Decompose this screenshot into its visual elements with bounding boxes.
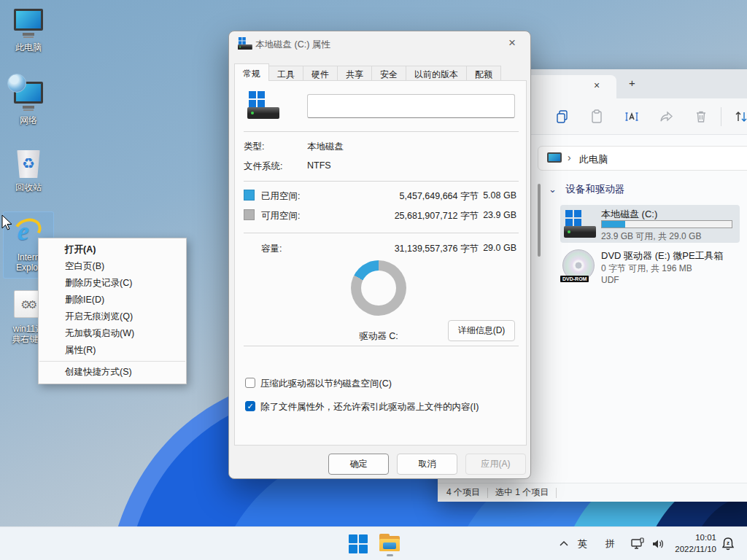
filesystem-label: 文件系统: bbox=[244, 160, 282, 173]
taskbar-clock[interactable]: 10:01 2022/11/10 bbox=[665, 532, 716, 555]
drive-e-row[interactable]: DVD-ROM DVD 驱动器 (E:) 微PE工具箱 0 字节 可用, 共 1… bbox=[560, 247, 740, 288]
used-space-label: 已用空间: bbox=[261, 190, 300, 203]
volume-drive-icon bbox=[247, 91, 279, 119]
desktop-icon-this-pc[interactable]: 此电脑 bbox=[0, 9, 57, 52]
compress-checkbox-label: 压缩此驱动器以节约磁盘空间(C) bbox=[260, 378, 392, 390]
sort-icon[interactable] bbox=[733, 109, 747, 125]
free-space-bytes: 25,681,907,712 字节 bbox=[346, 210, 479, 222]
separator bbox=[244, 181, 519, 182]
recycle-glyph: ♻ bbox=[16, 154, 41, 173]
tray-chevron-up-icon[interactable] bbox=[559, 540, 569, 547]
type-label: 类型: bbox=[244, 141, 264, 153]
rename-icon[interactable] bbox=[624, 109, 640, 125]
this-pc-icon bbox=[14, 9, 43, 31]
section-title: 设备和驱动器 bbox=[565, 184, 624, 195]
delete-icon[interactable] bbox=[693, 109, 709, 125]
status-selected-count: 选中 1 个项目 bbox=[495, 486, 549, 499]
volume-label-input[interactable] bbox=[307, 94, 515, 118]
index-checkbox[interactable]: ✓ bbox=[245, 401, 255, 411]
menu-separator bbox=[39, 361, 185, 362]
tab-close-icon[interactable]: × bbox=[594, 79, 600, 91]
tab-tools[interactable]: 工具 bbox=[269, 66, 303, 81]
used-space-size: 5.08 GB bbox=[477, 190, 516, 201]
ime-pinyin-indicator[interactable]: 拼 bbox=[605, 537, 615, 551]
notification-bell-icon[interactable]: z bbox=[721, 536, 735, 552]
menu-item-create-shortcut[interactable]: 创建快捷方式(S) bbox=[39, 364, 186, 381]
file-explorer-taskbar-button[interactable] bbox=[379, 534, 400, 551]
ok-button[interactable]: 确定 bbox=[328, 454, 389, 475]
mouse-cursor bbox=[1, 214, 12, 232]
tab-previous-versions[interactable]: 以前的版本 bbox=[406, 66, 467, 81]
menu-item-delete-ie[interactable]: 删除IE(D) bbox=[39, 292, 186, 308]
separator bbox=[244, 346, 519, 346]
close-icon[interactable]: × bbox=[504, 36, 520, 50]
running-indicator bbox=[387, 554, 393, 556]
drive-e-name: DVD 驱动器 (E:) 微PE工具箱 bbox=[601, 249, 724, 262]
desktop-icon-recycle-bin[interactable]: ♻ 回收站 bbox=[0, 150, 57, 192]
paste-icon[interactable] bbox=[589, 109, 605, 125]
separator bbox=[244, 233, 519, 233]
drive-c-row[interactable]: 本地磁盘 (C:) 23.9 GB 可用, 共 29.0 GB bbox=[560, 205, 740, 243]
clock-time: 10:01 bbox=[665, 532, 716, 543]
compress-checkbox[interactable] bbox=[245, 378, 255, 388]
menu-item-open[interactable]: 打开(A) bbox=[39, 241, 186, 258]
capacity-bytes: 31,139,557,376 字节 bbox=[346, 243, 479, 255]
menu-item-delete-history[interactable]: 删除历史记录(C) bbox=[39, 275, 186, 292]
copy-icon[interactable] bbox=[554, 109, 570, 125]
toolbar-divider bbox=[721, 107, 721, 126]
recycle-bin-icon: ♻ bbox=[16, 150, 41, 178]
ime-language-indicator[interactable]: 英 bbox=[578, 537, 587, 551]
menu-item-properties[interactable]: 属性(R) bbox=[39, 342, 186, 359]
status-divider bbox=[556, 488, 557, 498]
share-icon[interactable] bbox=[658, 109, 674, 125]
dialog-title-icon bbox=[238, 37, 252, 50]
context-menu: 打开(A) 空白页(B) 删除历史记录(C) 删除IE(D) 开启无痕浏览(Q)… bbox=[38, 238, 187, 384]
status-item-count: 4 个项目 bbox=[446, 486, 480, 499]
icon-label: 网络 bbox=[0, 115, 57, 125]
this-pc-small-icon bbox=[547, 152, 562, 163]
type-value: 本地磁盘 bbox=[307, 141, 344, 153]
capacity-label: 容量: bbox=[261, 243, 282, 255]
cancel-button[interactable]: 取消 bbox=[397, 454, 457, 475]
free-space-size: 23.9 GB bbox=[477, 210, 516, 220]
drive-c-icon bbox=[564, 210, 596, 238]
tab-security[interactable]: 安全 bbox=[372, 66, 406, 81]
details-button[interactable]: 详细信息(D) bbox=[448, 320, 515, 341]
explorer-status-bar: 4 个项目 选中 1 个项目 bbox=[438, 483, 747, 502]
tab-quota[interactable]: 配额 bbox=[467, 66, 501, 81]
network-icon bbox=[14, 82, 43, 104]
menu-item-no-addons[interactable]: 无加载项启动(W) bbox=[39, 325, 186, 342]
network-tray-icon[interactable] bbox=[630, 537, 646, 551]
filesystem-value: NTFS bbox=[307, 160, 331, 171]
bell-z-glyph: z bbox=[727, 540, 729, 546]
dialog-tabs: 常规 工具 硬件 共享 安全 以前的版本 配额 bbox=[234, 63, 501, 81]
capacity-size: 29.0 GB bbox=[477, 243, 516, 253]
tab-sharing[interactable]: 共享 bbox=[338, 66, 372, 81]
drive-caption: 驱动器 C: bbox=[338, 330, 419, 343]
separator bbox=[244, 131, 519, 132]
apply-button[interactable]: 应用(A) bbox=[465, 454, 526, 475]
tab-hardware[interactable]: 硬件 bbox=[303, 66, 338, 81]
menu-item-blank-page[interactable]: 空白页(B) bbox=[39, 258, 186, 275]
breadcrumb[interactable]: 此电脑 bbox=[579, 153, 608, 166]
clock-date: 2022/11/10 bbox=[665, 543, 716, 555]
nav-scrollbar[interactable] bbox=[538, 184, 541, 257]
breadcrumb-chevron-icon: › bbox=[568, 152, 571, 163]
used-space-swatch bbox=[244, 190, 255, 201]
free-space-swatch bbox=[244, 209, 255, 220]
dialog-title: 本地磁盘 (C:) 属性 bbox=[255, 39, 330, 51]
status-divider bbox=[487, 488, 488, 498]
menu-item-inprivate[interactable]: 开启无痕浏览(Q) bbox=[39, 308, 186, 325]
desktop-icon-network[interactable]: 网络 bbox=[0, 74, 57, 125]
drive-e-filesystem: UDF bbox=[601, 275, 619, 285]
tab-general[interactable]: 常规 bbox=[234, 63, 269, 81]
section-devices-drives[interactable]: ⌄ 设备和驱动器 bbox=[549, 182, 624, 196]
drive-c-name: 本地磁盘 (C:) bbox=[601, 208, 657, 221]
used-space-bytes: 5,457,649,664 字节 bbox=[346, 190, 479, 203]
start-button[interactable] bbox=[349, 534, 368, 553]
address-bar[interactable]: › 此电脑 bbox=[538, 146, 747, 171]
taskbar: 英 拼 10:01 2022/11/10 z bbox=[0, 526, 747, 560]
globe-icon bbox=[7, 74, 26, 93]
new-tab-icon[interactable]: + bbox=[629, 77, 635, 89]
index-checkbox-label: 除了文件属性外，还允许索引此驱动器上文件的内容(I) bbox=[260, 401, 479, 413]
